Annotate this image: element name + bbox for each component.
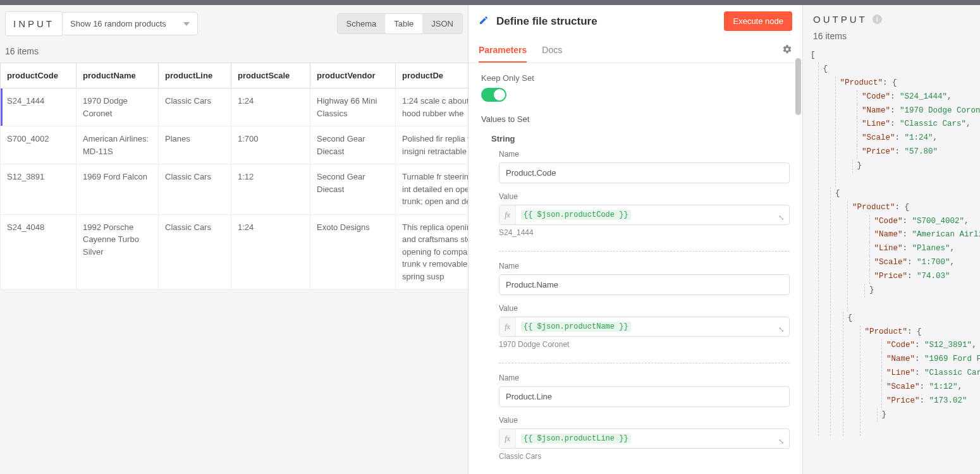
view-schema[interactable]: Schema [338, 14, 386, 33]
table-cell: Classic Cars [159, 164, 231, 215]
table-cell: Second Gear Diecast [310, 126, 396, 164]
fx-icon: fx [499, 429, 516, 448]
info-icon[interactable]: i [873, 15, 882, 24]
table-cell: This replica opening do detail and craft… [396, 214, 469, 289]
field-name-label: Name [499, 374, 790, 382]
column-header[interactable]: productLine [159, 63, 231, 88]
table-cell: Classic Cars [159, 214, 231, 289]
column-header[interactable]: productScale [231, 63, 310, 88]
tab-docs[interactable]: Docs [542, 39, 562, 63]
pencil-icon [479, 15, 489, 28]
table-cell: 1969 Ford Falcon [77, 164, 159, 215]
table-cell: American Airlines: MD-11S [77, 126, 159, 164]
expand-icon[interactable]: ⤡ [773, 317, 789, 336]
table-cell: 1:12 [231, 164, 310, 215]
table-cell: 1:24 [231, 88, 310, 126]
table-row[interactable]: S24_14441970 Dodge CoronetClassic Cars1:… [1, 88, 469, 126]
table-cell: 1:700 [231, 126, 310, 164]
expression-preview: 1970 Dodge Coronet [499, 340, 790, 349]
keep-only-set-toggle[interactable] [481, 88, 506, 102]
table-cell: Exoto Designs [310, 214, 396, 289]
view-toggle: Schema Table JSON [337, 13, 463, 34]
field-name-input[interactable] [499, 162, 790, 183]
table-cell: 1:24 [231, 214, 310, 289]
table-row[interactable]: S12_38911969 Ford FalconClassic Cars1:12… [1, 164, 469, 215]
chevron-down-icon [183, 22, 190, 26]
input-table[interactable]: productCodeproductNameproductLineproduct… [0, 63, 468, 474]
field-value-label: Value [499, 304, 790, 313]
input-panel: INPUT Show 16 random products Schema Tab… [0, 5, 468, 474]
column-header[interactable]: productVendor [310, 63, 396, 88]
expression-input[interactable]: fx{{ $json.productLine }}⤡ [499, 428, 790, 449]
input-source-text: Show 16 random products [70, 19, 166, 28]
expand-icon[interactable]: ⤡ [773, 429, 789, 448]
gear-icon[interactable] [782, 44, 792, 57]
config-panel: Define file structure Execute node Param… [468, 5, 803, 474]
table-cell: Turnable fr steering fu detailed int det… [396, 164, 469, 215]
output-label: OUTPUT [813, 14, 867, 25]
table-cell: S24_4048 [1, 214, 77, 289]
keep-only-set-label: Keep Only Set [481, 73, 790, 83]
table-cell: 1992 Porsche Cayenne Turbo Silver [77, 214, 159, 289]
expand-icon[interactable]: ⤡ [773, 205, 789, 224]
table-cell: S12_3891 [1, 164, 77, 215]
column-header[interactable]: productCode [1, 63, 77, 88]
column-header[interactable]: productName [77, 63, 159, 88]
table-cell: 1:24 scale c about 18" l open, hood rubb… [396, 88, 469, 126]
fx-icon: fx [499, 317, 516, 336]
field-value-label: Value [499, 192, 790, 201]
table-cell: 1970 Dodge Coronet [77, 88, 159, 126]
table-cell: Second Gear Diecast [310, 164, 396, 215]
input-items-count: 16 items [0, 42, 468, 63]
tab-parameters[interactable]: Parameters [479, 39, 527, 63]
table-row[interactable]: S24_40481992 Porsche Cayenne Turbo Silve… [1, 214, 469, 289]
table-cell: Highway 66 Mini Classics [310, 88, 396, 126]
top-bar [0, 0, 980, 5]
input-source-select[interactable]: Show 16 random products [62, 12, 198, 35]
table-cell: Polished fir replia with and insigni ret… [396, 126, 469, 164]
table-cell: S24_1444 [1, 88, 77, 126]
view-table[interactable]: Table [385, 14, 422, 33]
expression-preview: Classic Cars [499, 452, 790, 461]
expression-input[interactable]: fx{{ $json.productName }}⤡ [499, 317, 790, 337]
output-panel: OUTPUT i 16 items [ { "Product": { "Code… [803, 5, 980, 474]
table-cell: Classic Cars [159, 88, 231, 126]
scrollbar-thumb[interactable] [795, 58, 801, 115]
fx-icon: fx [499, 205, 516, 224]
field-name-input[interactable] [499, 274, 790, 295]
config-body[interactable]: Keep Only Set Values to Set String NameV… [469, 63, 802, 474]
view-json[interactable]: JSON [422, 14, 462, 33]
values-to-set-label: Values to Set [481, 114, 790, 124]
expression-preview: S24_1444 [499, 228, 790, 237]
table-row[interactable]: S700_4002American Airlines: MD-11SPlanes… [1, 126, 469, 164]
field-name-label: Name [499, 150, 790, 159]
output-items-count: 16 items [803, 31, 980, 46]
column-header[interactable]: productDe [396, 63, 469, 88]
config-title: Define file structure [496, 15, 716, 28]
execute-node-button[interactable]: Execute node [724, 11, 792, 31]
table-cell: S700_4002 [1, 126, 77, 164]
output-json[interactable]: [ { "Product": { "Code": "S24_1444", "Na… [803, 46, 980, 474]
expression-input[interactable]: fx{{ $json.productCode }}⤡ [499, 205, 790, 225]
table-cell: Planes [159, 126, 231, 164]
input-label: INPUT [5, 11, 62, 36]
field-name-input[interactable] [499, 386, 790, 407]
field-value-label: Value [499, 416, 790, 425]
field-name-label: Name [499, 262, 790, 270]
string-section-label: String [481, 131, 790, 150]
